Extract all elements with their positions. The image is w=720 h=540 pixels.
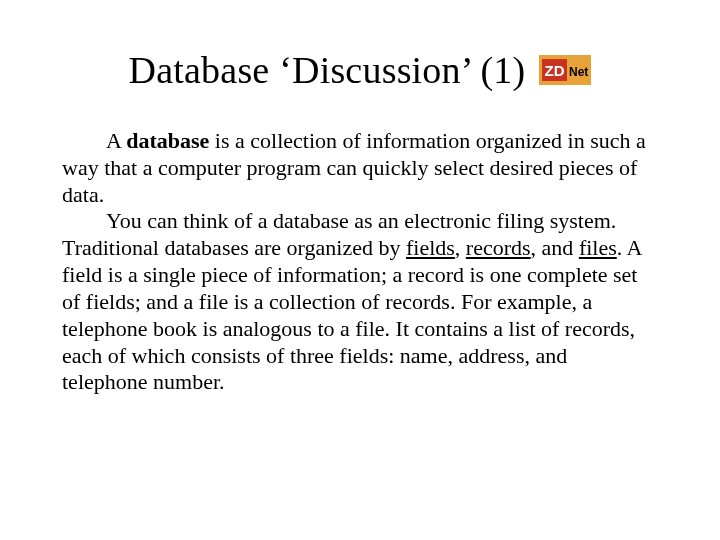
title-row: Database ‘Discussion’ (1) ZD Net — [0, 0, 720, 104]
paragraph-2: You can think of a database as an electr… — [62, 208, 658, 396]
zdnet-logo-icon: ZD Net — [539, 55, 591, 85]
term-database: database — [126, 128, 209, 153]
paragraph-1: A database is a collection of informatio… — [62, 128, 658, 208]
term-files: files — [579, 235, 617, 260]
svg-text:Net: Net — [569, 65, 588, 79]
svg-text:ZD: ZD — [545, 62, 565, 79]
text: , and — [531, 235, 579, 260]
text: A — [106, 128, 126, 153]
term-records: records — [466, 235, 531, 260]
slide: Database ‘Discussion’ (1) ZD Net A datab… — [0, 0, 720, 540]
slide-title: Database ‘Discussion’ (1) — [129, 48, 526, 92]
term-fields: fields — [406, 235, 455, 260]
text: , — [455, 235, 466, 260]
body-text: A database is a collection of informatio… — [0, 104, 720, 396]
